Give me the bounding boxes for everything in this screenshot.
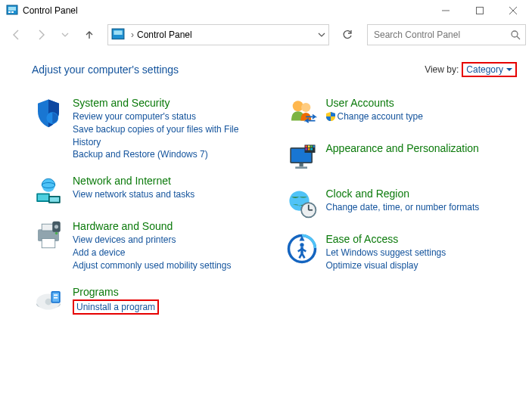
ease-of-access-icon[interactable] (285, 233, 319, 272)
shield-icon[interactable] (32, 97, 65, 161)
category-title[interactable]: Hardware and Sound (73, 220, 231, 232)
window-title: Control Panel (23, 5, 428, 16)
category-title[interactable]: Appearance and Personalization (326, 142, 479, 154)
left-column: System and Security Review your computer… (32, 97, 264, 331)
link-file-history[interactable]: Save backup copies of your files with Fi… (73, 124, 238, 147)
svg-point-27 (45, 298, 52, 305)
svg-rect-16 (38, 194, 48, 200)
up-button[interactable] (79, 24, 100, 45)
minimize-button[interactable] (428, 0, 462, 21)
svg-rect-9 (114, 30, 122, 35)
chevron-right-icon: › (131, 29, 134, 40)
printer-icon[interactable] (32, 220, 65, 271)
svg-rect-37 (295, 166, 307, 169)
clock-globe-icon[interactable] (285, 188, 319, 219)
refresh-button[interactable] (337, 24, 358, 45)
svg-rect-41 (310, 145, 313, 147)
svg-point-33 (301, 103, 310, 112)
right-column: User Accounts Change account type Appear… (285, 97, 518, 331)
svg-rect-1 (8, 7, 16, 11)
category-title[interactable]: Clock and Region (326, 188, 480, 200)
svg-point-24 (54, 225, 58, 228)
svg-rect-40 (307, 145, 310, 147)
category-title[interactable]: Programs (73, 286, 159, 298)
category-user-accounts: User Accounts Change account type (285, 97, 518, 129)
nav-row: › Control Panel (0, 21, 532, 48)
svg-rect-18 (50, 197, 59, 202)
link-review-status[interactable]: Review your computer's status (73, 111, 196, 122)
view-by-value: Category (466, 64, 503, 75)
view-by-label: View by: (425, 64, 459, 75)
category-network-internet: Network and Internet View network status… (32, 175, 264, 206)
category-title[interactable]: Network and Internet (73, 175, 194, 187)
category-programs: Programs Uninstall a program (32, 286, 264, 318)
page-title: Adjust your computer's settings (32, 64, 425, 76)
search-icon[interactable] (510, 29, 521, 40)
close-button[interactable] (496, 0, 530, 21)
category-appearance: Appearance and Personalization (285, 142, 518, 174)
category-system-security: System and Security Review your computer… (32, 97, 264, 161)
category-clock-region: Clock and Region Change date, time, or n… (285, 188, 518, 219)
link-mobility[interactable]: Adjust commonly used mobility settings (73, 260, 231, 271)
svg-rect-45 (310, 148, 313, 150)
link-optimize-display[interactable]: Optimize visual display (326, 260, 418, 271)
address-bar[interactable]: › Control Panel (107, 24, 329, 45)
uac-shield-icon (326, 112, 335, 121)
svg-rect-42 (313, 145, 314, 147)
link-devices-printers[interactable]: View devices and printers (73, 234, 176, 245)
app-icon (6, 5, 18, 17)
svg-rect-43 (305, 148, 307, 150)
svg-rect-30 (54, 294, 58, 296)
breadcrumb-root[interactable]: Control Panel (137, 29, 192, 40)
category-title[interactable]: User Accounts (326, 97, 423, 109)
monitor-icon[interactable] (285, 142, 319, 174)
svg-line-57 (302, 253, 305, 258)
svg-rect-39 (305, 145, 307, 147)
link-network-status[interactable]: View network status and tasks (73, 189, 194, 200)
address-icon (111, 28, 125, 42)
search-input[interactable] (372, 29, 510, 41)
link-backup-restore[interactable]: Backup and Restore (Windows 7) (73, 149, 208, 160)
link-add-device[interactable]: Add a device (73, 247, 125, 258)
category-title[interactable]: Ease of Access (326, 233, 446, 245)
category-title[interactable]: System and Security (73, 97, 264, 109)
chevron-down-icon (506, 67, 512, 73)
back-button[interactable] (6, 24, 27, 45)
svg-rect-2 (8, 11, 11, 13)
recent-locations-button[interactable] (54, 24, 76, 45)
svg-rect-44 (307, 148, 310, 150)
maximize-button[interactable] (462, 0, 496, 21)
svg-rect-5 (476, 8, 483, 14)
svg-point-52 (300, 243, 303, 247)
search-box[interactable] (367, 24, 526, 45)
users-icon[interactable] (285, 97, 319, 129)
svg-rect-36 (299, 163, 303, 166)
link-suggest-settings[interactable]: Let Windows suggest settings (326, 247, 446, 258)
svg-rect-31 (54, 296, 58, 298)
svg-point-10 (512, 31, 518, 37)
forward-button[interactable] (30, 24, 51, 45)
svg-line-11 (517, 36, 520, 39)
link-uninstall-program[interactable]: Uninstall a program (76, 302, 155, 312)
category-hardware-sound: Hardware and Sound View devices and prin… (32, 220, 264, 271)
svg-point-22 (55, 232, 58, 235)
link-date-formats[interactable]: Change date, time, or number formats (326, 202, 480, 213)
programs-icon[interactable] (32, 286, 65, 318)
title-bar: Control Panel (0, 0, 532, 21)
link-change-account-type[interactable]: Change account type (338, 110, 423, 123)
view-by-selector[interactable]: Category (462, 62, 517, 77)
svg-rect-21 (42, 239, 55, 248)
svg-rect-3 (11, 11, 14, 13)
chevron-down-icon[interactable] (318, 31, 325, 39)
category-ease-of-access: Ease of Access Let Windows suggest setti… (285, 233, 518, 272)
network-icon[interactable] (32, 175, 65, 206)
